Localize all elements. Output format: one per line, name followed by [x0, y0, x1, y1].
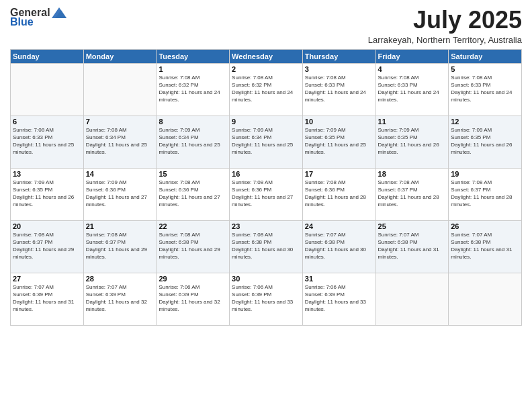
calendar-cell: 31Sunrise: 7:06 AMSunset: 6:39 PMDayligh…	[302, 273, 375, 325]
day-info: Sunrise: 7:09 AMSunset: 6:34 PMDaylight:…	[232, 126, 300, 156]
page: General Blue July 2025 Larrakeyah, North…	[0, 0, 532, 411]
logo-icon	[52, 7, 66, 18]
day-number: 17	[305, 170, 373, 178]
calendar-cell	[11, 63, 84, 116]
day-info: Sunrise: 7:08 AMSunset: 6:38 PMDaylight:…	[159, 231, 227, 261]
day-number: 10	[305, 118, 373, 126]
calendar-cell: 16Sunrise: 7:08 AMSunset: 6:36 PMDayligh…	[230, 168, 303, 220]
month-title: July 2025	[368, 7, 522, 34]
logo: General Blue	[10, 7, 66, 28]
calendar-cell: 19Sunrise: 7:08 AMSunset: 6:37 PMDayligh…	[449, 168, 522, 220]
day-info: Sunrise: 7:08 AMSunset: 6:34 PMDaylight:…	[86, 126, 154, 156]
day-number: 20	[13, 222, 81, 230]
calendar-cell: 2Sunrise: 7:08 AMSunset: 6:32 PMDaylight…	[230, 63, 303, 116]
calendar-cell: 15Sunrise: 7:08 AMSunset: 6:36 PMDayligh…	[157, 168, 230, 220]
calendar-cell: 25Sunrise: 7:07 AMSunset: 6:38 PMDayligh…	[375, 220, 449, 273]
day-number: 14	[86, 170, 154, 178]
calendar-cell: 5Sunrise: 7:08 AMSunset: 6:33 PMDaylight…	[449, 63, 522, 116]
day-info: Sunrise: 7:08 AMSunset: 6:38 PMDaylight:…	[232, 231, 300, 261]
day-number: 7	[86, 118, 154, 126]
col-sunday: Sunday	[11, 49, 84, 63]
title-block: July 2025 Larrakeyah, Northern Territory…	[368, 7, 522, 45]
day-number: 26	[451, 222, 519, 230]
day-number: 13	[13, 170, 81, 178]
day-info: Sunrise: 7:08 AMSunset: 6:37 PMDaylight:…	[378, 179, 447, 209]
day-number: 19	[451, 170, 519, 178]
day-number: 11	[378, 118, 447, 126]
calendar-cell: 17Sunrise: 7:08 AMSunset: 6:36 PMDayligh…	[302, 168, 375, 220]
calendar-week-row-3: 13Sunrise: 7:09 AMSunset: 6:35 PMDayligh…	[11, 168, 522, 220]
day-number: 29	[159, 275, 227, 283]
calendar-cell: 12Sunrise: 7:09 AMSunset: 6:35 PMDayligh…	[449, 116, 522, 168]
calendar-cell	[375, 273, 449, 325]
calendar-cell	[83, 63, 157, 116]
day-number: 9	[232, 118, 300, 126]
calendar-cell	[449, 273, 522, 325]
calendar-cell: 18Sunrise: 7:08 AMSunset: 6:37 PMDayligh…	[375, 168, 449, 220]
calendar-cell: 26Sunrise: 7:07 AMSunset: 6:38 PMDayligh…	[449, 220, 522, 273]
day-info: Sunrise: 7:07 AMSunset: 6:38 PMDaylight:…	[451, 231, 519, 261]
day-number: 12	[451, 118, 519, 126]
calendar-cell: 1Sunrise: 7:08 AMSunset: 6:32 PMDaylight…	[157, 63, 230, 116]
day-number: 1	[159, 65, 227, 73]
day-number: 27	[13, 275, 81, 283]
day-info: Sunrise: 7:08 AMSunset: 6:32 PMDaylight:…	[159, 74, 227, 104]
day-number: 15	[159, 170, 227, 178]
day-info: Sunrise: 7:07 AMSunset: 6:39 PMDaylight:…	[13, 283, 81, 314]
day-info: Sunrise: 7:08 AMSunset: 6:37 PMDaylight:…	[451, 179, 519, 209]
day-number: 24	[305, 222, 373, 230]
day-info: Sunrise: 7:08 AMSunset: 6:36 PMDaylight:…	[159, 179, 227, 209]
day-info: Sunrise: 7:06 AMSunset: 6:39 PMDaylight:…	[305, 283, 373, 314]
calendar-cell: 21Sunrise: 7:08 AMSunset: 6:37 PMDayligh…	[83, 220, 157, 273]
calendar-cell: 3Sunrise: 7:08 AMSunset: 6:33 PMDaylight…	[302, 63, 375, 116]
day-info: Sunrise: 7:08 AMSunset: 6:33 PMDaylight:…	[378, 74, 447, 104]
calendar-cell: 23Sunrise: 7:08 AMSunset: 6:38 PMDayligh…	[230, 220, 303, 273]
day-info: Sunrise: 7:08 AMSunset: 6:36 PMDaylight:…	[305, 179, 373, 209]
day-number: 18	[378, 170, 447, 178]
calendar-cell: 30Sunrise: 7:06 AMSunset: 6:39 PMDayligh…	[230, 273, 303, 325]
calendar-cell: 27Sunrise: 7:07 AMSunset: 6:39 PMDayligh…	[11, 273, 84, 325]
calendar-cell: 6Sunrise: 7:08 AMSunset: 6:33 PMDaylight…	[11, 116, 84, 168]
location-subtitle: Larrakeyah, Northern Territory, Australi…	[368, 35, 522, 45]
day-info: Sunrise: 7:09 AMSunset: 6:35 PMDaylight:…	[451, 126, 519, 156]
calendar-table: Sunday Monday Tuesday Wednesday Thursday…	[10, 49, 522, 326]
day-number: 3	[305, 65, 373, 73]
day-number: 5	[451, 65, 519, 73]
calendar-cell: 20Sunrise: 7:08 AMSunset: 6:37 PMDayligh…	[11, 220, 84, 273]
calendar-week-row-5: 27Sunrise: 7:07 AMSunset: 6:39 PMDayligh…	[11, 273, 522, 325]
col-thursday: Thursday	[302, 49, 375, 63]
day-info: Sunrise: 7:07 AMSunset: 6:38 PMDaylight:…	[305, 231, 373, 261]
day-number: 2	[232, 65, 300, 73]
day-info: Sunrise: 7:09 AMSunset: 6:36 PMDaylight:…	[86, 179, 154, 209]
calendar-cell: 28Sunrise: 7:07 AMSunset: 6:39 PMDayligh…	[83, 273, 157, 325]
calendar-cell: 4Sunrise: 7:08 AMSunset: 6:33 PMDaylight…	[375, 63, 449, 116]
day-number: 31	[305, 275, 373, 283]
calendar-week-row-1: 1Sunrise: 7:08 AMSunset: 6:32 PMDaylight…	[11, 63, 522, 116]
day-info: Sunrise: 7:07 AMSunset: 6:38 PMDaylight:…	[378, 231, 447, 261]
col-monday: Monday	[83, 49, 157, 63]
day-info: Sunrise: 7:06 AMSunset: 6:39 PMDaylight:…	[232, 283, 300, 314]
calendar-cell: 10Sunrise: 7:09 AMSunset: 6:35 PMDayligh…	[302, 116, 375, 168]
day-info: Sunrise: 7:08 AMSunset: 6:37 PMDaylight:…	[13, 231, 81, 261]
calendar-week-row-2: 6Sunrise: 7:08 AMSunset: 6:33 PMDaylight…	[11, 116, 522, 168]
col-tuesday: Tuesday	[157, 49, 230, 63]
day-number: 6	[13, 118, 81, 126]
day-number: 28	[86, 275, 154, 283]
calendar-header-row: Sunday Monday Tuesday Wednesday Thursday…	[11, 49, 522, 63]
calendar-cell: 29Sunrise: 7:06 AMSunset: 6:39 PMDayligh…	[157, 273, 230, 325]
day-info: Sunrise: 7:06 AMSunset: 6:39 PMDaylight:…	[159, 283, 227, 314]
day-info: Sunrise: 7:08 AMSunset: 6:37 PMDaylight:…	[86, 231, 154, 261]
col-saturday: Saturday	[449, 49, 522, 63]
day-number: 30	[232, 275, 300, 283]
calendar-cell: 24Sunrise: 7:07 AMSunset: 6:38 PMDayligh…	[302, 220, 375, 273]
calendar-week-row-4: 20Sunrise: 7:08 AMSunset: 6:37 PMDayligh…	[11, 220, 522, 273]
header: General Blue July 2025 Larrakeyah, North…	[10, 7, 522, 45]
day-number: 21	[86, 222, 154, 230]
day-number: 16	[232, 170, 300, 178]
day-number: 25	[378, 222, 447, 230]
logo-blue-text: Blue	[10, 16, 34, 28]
calendar-cell: 9Sunrise: 7:09 AMSunset: 6:34 PMDaylight…	[230, 116, 303, 168]
calendar-cell: 8Sunrise: 7:09 AMSunset: 6:34 PMDaylight…	[157, 116, 230, 168]
calendar-cell: 11Sunrise: 7:09 AMSunset: 6:35 PMDayligh…	[375, 116, 449, 168]
calendar-cell: 22Sunrise: 7:08 AMSunset: 6:38 PMDayligh…	[157, 220, 230, 273]
